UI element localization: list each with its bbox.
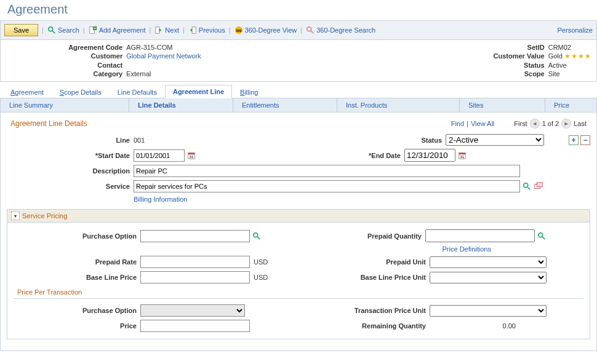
start-date-label: Start Date [7,152,134,159]
separator: | [300,26,302,34]
setid-value: CRM02 [548,44,591,51]
add-agreement-link[interactable]: Add Agreement [89,26,146,34]
svg-rect-5 [192,27,196,34]
subtab-sites[interactable]: Sites [459,98,545,112]
tab-scope-details[interactable]: Scope Details [52,85,110,98]
toolbar: Save | Search | Add Agreement | Next | P… [0,20,597,40]
scope-value: Site [548,70,591,77]
customer-link[interactable]: Global Payment Network [126,52,264,60]
setid-label: SetID [494,44,545,51]
separator: | [183,26,185,34]
tab-line-defaults[interactable]: Line Defaults [110,85,165,98]
subtab-line-details[interactable]: Line Details [129,98,233,112]
price-definitions-link[interactable]: Price Definitions [443,245,491,253]
ppt-purchase-label: Purchase Option [14,307,140,314]
tab-agreement[interactable]: Agreement [2,85,52,98]
svg-point-22 [539,232,543,237]
baseline-price-input[interactable] [140,271,250,283]
calendar-icon: 31 [187,151,196,160]
end-date-label: *End Date [302,152,404,159]
prepaid-rate-input[interactable] [140,256,250,268]
view-all-link[interactable]: View All [471,120,494,127]
service-lookup-button[interactable] [522,181,532,191]
subtab-line-summary[interactable]: Line Summary [1,98,129,112]
next-link[interactable]: Next [154,26,179,34]
line-status-select[interactable]: 2-Active [446,134,544,146]
service-pricing-group: ▾ Service Pricing Purchase Option Prepai… [7,209,590,339]
save-button[interactable]: Save [4,24,38,36]
purchase-option-lookup[interactable] [252,231,262,241]
svg-line-21 [257,236,260,239]
description-input[interactable] [134,165,520,177]
line-value: 001 [134,136,145,144]
contact-label: Contact [6,61,122,69]
prepaid-unit-select[interactable] [430,256,547,268]
search-360-link[interactable]: 360-Degree Search [306,26,375,34]
service-pricing-title: Service Pricing [22,212,67,220]
scope-label: Scope [494,70,545,77]
subtab-entitlements[interactable]: Entitlements [233,98,337,112]
search-link[interactable]: Search [47,26,79,34]
svg-point-0 [49,27,53,31]
nav-next-button[interactable]: ► [561,119,571,129]
billing-info-link[interactable]: Billing Information [134,196,187,203]
prepaid-unit-label: Prepaid Unit [327,258,430,266]
service-label: Service [7,183,134,190]
customer-value-value: Gold ★★★★ [548,52,591,60]
svg-point-16 [524,183,528,188]
end-date-picker[interactable]: 31 [457,151,467,160]
separator: | [42,26,44,34]
stars-icon: ★★★★ [564,52,591,60]
baseline-unit-select[interactable] [430,272,547,283]
category-label: Category [6,70,122,77]
start-date-picker[interactable]: 31 [186,151,196,160]
category-value: External [126,70,264,77]
prepaid-qty-input[interactable] [425,229,535,242]
tab-billing[interactable]: Billing [232,85,266,98]
separator: | [83,26,85,34]
separator: | [229,26,231,34]
search-icon [537,232,546,240]
ppt-txn-unit-label: Transaction Price Unit [327,307,430,314]
delete-row-button[interactable]: − [580,135,590,145]
separator: | [150,26,151,34]
nav-last-label: Last [574,120,587,127]
calendar-icon: 31 [458,151,467,160]
svg-line-17 [527,187,530,189]
search-icon [47,26,56,34]
start-date-input[interactable] [134,149,185,162]
purchase-option-input[interactable] [140,230,250,242]
next-icon [154,26,163,34]
content-panel: Agreement Line Details Find | View All F… [0,113,597,351]
agreement-code-value: AGR-315-COM [126,44,264,51]
service-related-button[interactable] [534,181,543,191]
ppt-price-input[interactable] [140,320,250,332]
find-link[interactable]: Find [451,120,464,127]
tab-agreement-line[interactable]: Agreement Line [165,85,232,98]
view-360-link[interactable]: 360 360-Degree View [234,26,297,34]
ppt-purchase-select[interactable] [140,304,245,317]
description-label: Description [7,167,134,175]
ppt-remain-label: Remaining Quantity [327,322,430,330]
ppt-remain-value: 0.00 [430,322,516,330]
previous-link[interactable]: Previous [188,26,225,34]
subtab-price[interactable]: Price [545,98,596,112]
svg-line-23 [542,236,545,239]
baseline-unit-label: Base Line Price Unit [327,274,430,281]
service-input[interactable] [134,180,520,192]
nav-counter: 1 of 2 [542,120,559,127]
collapse-toggle[interactable]: ▾ [11,212,20,220]
personalize-link[interactable]: Personalize [558,26,593,34]
customer-label: Customer [6,52,122,60]
svg-rect-4 [156,27,159,34]
ppt-txn-unit-select[interactable] [430,305,547,317]
nav-prev-button[interactable]: ◄ [530,119,540,129]
purchase-option-label: Purchase Option [14,232,140,240]
section-title: Agreement Line Details [10,119,87,128]
add-row-button[interactable]: + [569,135,579,145]
baseline-price-label: Base Line Price [14,274,140,281]
svg-text:360: 360 [236,29,241,33]
prepaid-qty-lookup[interactable] [537,231,547,241]
subtab-inst-products[interactable]: Inst. Products [337,98,459,112]
end-date-input[interactable] [404,149,455,162]
